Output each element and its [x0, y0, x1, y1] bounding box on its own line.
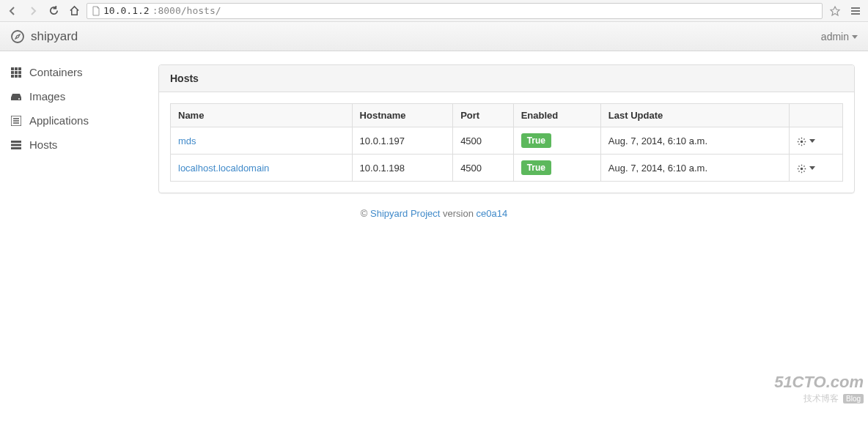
- svg-rect-6: [18, 71, 21, 74]
- svg-rect-1: [11, 67, 14, 70]
- host-name-link[interactable]: mds: [178, 135, 196, 146]
- hosts-table: Name Hostname Port Enabled Last Update m…: [170, 103, 843, 182]
- brand[interactable]: shipyard: [10, 29, 78, 44]
- list-icon: [10, 116, 22, 126]
- caret-down-icon: [809, 163, 815, 174]
- url-path: :8000/hosts/: [152, 5, 221, 16]
- gear-icon: [797, 135, 806, 146]
- enabled-badge: True: [521, 160, 551, 175]
- host-port: 4500: [453, 155, 514, 182]
- sidebar-item-label: Containers: [29, 66, 83, 78]
- table-row: mds10.0.1.1974500TrueAug. 7, 2014, 6:10 …: [171, 127, 843, 155]
- host-last-update: Aug. 7, 2014, 6:10 a.m.: [600, 155, 789, 182]
- svg-rect-15: [11, 141, 21, 143]
- svg-rect-2: [15, 67, 18, 70]
- browser-menu-button[interactable]: [847, 3, 864, 19]
- svg-rect-9: [18, 75, 21, 78]
- user-menu[interactable]: admin: [821, 31, 858, 42]
- row-actions-button[interactable]: [797, 162, 815, 173]
- svg-rect-4: [11, 71, 14, 74]
- host-hostname: 10.0.1.198: [352, 155, 453, 182]
- compass-icon: [10, 29, 25, 44]
- page-icon: [92, 5, 100, 17]
- col-name[interactable]: Name: [171, 104, 353, 127]
- col-actions: [789, 104, 842, 127]
- svg-point-18: [800, 140, 803, 143]
- grid-icon: [10, 67, 22, 78]
- version-label: version: [440, 208, 476, 219]
- svg-point-10: [18, 98, 20, 100]
- forward-button: [25, 3, 41, 19]
- user-label: admin: [821, 31, 849, 42]
- footer-version-link[interactable]: ce0a14: [477, 208, 508, 219]
- svg-rect-16: [11, 144, 21, 146]
- sidebar-item-applications[interactable]: Applications: [0, 108, 145, 133]
- host-name-link[interactable]: localhost.localdomain: [178, 163, 269, 174]
- svg-rect-5: [15, 71, 18, 74]
- host-last-update: Aug. 7, 2014, 6:10 a.m.: [600, 127, 789, 155]
- svg-rect-17: [11, 147, 21, 149]
- col-port[interactable]: Port: [453, 104, 514, 127]
- sidebar-item-label: Hosts: [29, 138, 57, 151]
- tasks-icon: [10, 141, 22, 149]
- svg-point-0: [12, 31, 23, 42]
- sidebar-item-label: Applications: [29, 114, 89, 127]
- back-button[interactable]: [4, 3, 21, 19]
- svg-rect-8: [15, 75, 18, 78]
- panel-title: Hosts: [159, 65, 854, 92]
- hosts-panel: Hosts Name Hostname Port Enabled Last Up…: [158, 64, 855, 193]
- row-actions-button[interactable]: [797, 135, 815, 146]
- reload-button[interactable]: [45, 3, 62, 19]
- hdd-icon: [10, 92, 22, 101]
- url-host: 10.0.1.2: [103, 5, 150, 16]
- sidebar-item-images[interactable]: Images: [0, 84, 145, 108]
- copyright: ©: [361, 208, 368, 219]
- browser-toolbar: 10.0.1.2:8000/hosts/: [0, 0, 868, 22]
- sidebar-item-hosts[interactable]: Hosts: [0, 133, 145, 157]
- host-port: 4500: [453, 127, 514, 155]
- sidebar-item-containers[interactable]: Containers: [0, 60, 145, 84]
- sidebar-item-label: Images: [29, 90, 65, 103]
- sidebar: Containers Images Applications Hosts: [0, 51, 145, 193]
- footer-project-link[interactable]: Shipyard Project: [370, 208, 440, 219]
- svg-rect-3: [18, 67, 21, 70]
- gear-icon: [797, 162, 806, 173]
- col-hostname[interactable]: Hostname: [352, 104, 453, 127]
- bookmark-button[interactable]: [827, 3, 843, 19]
- brand-label: shipyard: [31, 29, 78, 44]
- table-row: localhost.localdomain10.0.1.1984500TrueA…: [171, 155, 843, 182]
- svg-point-19: [800, 167, 803, 170]
- col-last-update[interactable]: Last Update: [600, 104, 789, 127]
- svg-rect-7: [11, 75, 14, 78]
- col-enabled[interactable]: Enabled: [513, 104, 600, 127]
- home-button[interactable]: [66, 3, 82, 19]
- address-bar[interactable]: 10.0.1.2:8000/hosts/: [87, 3, 823, 19]
- app-navbar: shipyard admin: [0, 22, 868, 51]
- enabled-badge: True: [521, 133, 551, 148]
- host-hostname: 10.0.1.197: [352, 127, 453, 155]
- footer: © Shipyard Project version ce0a14: [0, 193, 868, 228]
- caret-down-icon: [852, 31, 858, 42]
- caret-down-icon: [809, 135, 815, 146]
